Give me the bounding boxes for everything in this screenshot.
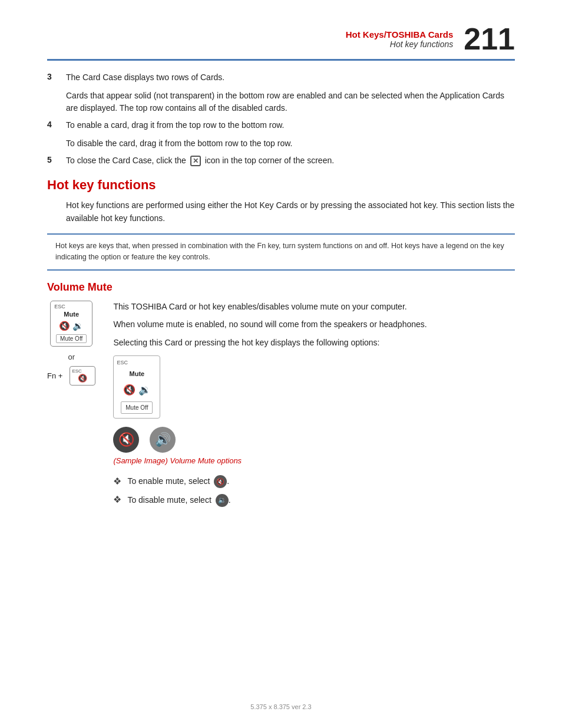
vol-text-3: Selecting this Card or pressing the hot … [113,337,515,350]
vol-text-2: When volume mute is enabled, no sound wi… [113,318,515,331]
card-column: ESC Mute 🔇 🔉 Mute Off or Fn + ESC 🔇 [47,301,95,386]
card-mute-label: Mute [64,311,79,318]
card-volume-icons: 🔇 🔉 [59,321,84,331]
hot-key-functions-intro: Hot key functions are performed using ei… [66,199,515,225]
big-card-popup: ESC Mute 🔇 🔉 Mute Off [113,355,160,419]
bullet-disable-text: To disable mute, select 🔉. [127,494,230,507]
disable-mute-icon: 🔉 [216,494,229,507]
step-5-text: To close the Card Case, click the ✕ icon… [66,154,334,167]
bc-esc: ESC [117,359,128,367]
step-3-number: 3 [47,72,58,81]
volume-icon-light: 🔊 [150,427,176,453]
fn-key-row: Fn + ESC 🔇 [47,366,95,386]
fn-key-esc: ESC [72,368,81,374]
step-3: 3 The Card Case displays two rows of Car… [47,71,515,84]
diamond-icon-2: ❖ [113,493,121,508]
step-4-text: To enable a card, drag it from the top r… [66,119,284,131]
step-4-subpara: To disable the card, drag it from the bo… [66,137,515,150]
bullet-enable: ❖ To enable mute, select 🔇. [113,475,515,489]
bullet-enable-text: To enable mute, select 🔇. [127,475,229,488]
page-header: Hot Keys/TOSHIBA Cards Hot key functions… [0,0,562,54]
sample-image-caption: (Sample Image) Volume Mute options [113,455,515,467]
bc-muteoff: Mute Off [121,401,153,414]
volume-mute-text-col: This TOSHIBA Card or hot key enables/dis… [113,301,515,512]
card-esc-label: ESC [54,304,65,309]
header-title: Hot Keys/TOSHIBA Cards [346,29,454,39]
fn-key-icon: 🔇 [78,374,87,383]
header-divider [47,59,515,61]
header-right: Hot Keys/TOSHIBA Cards Hot key functions… [346,24,515,54]
card-mute-off-label: Mute Off [56,334,87,343]
step-5: 5 To close the Card Case, click the ✕ ic… [47,154,515,167]
hot-key-functions-heading: Hot key functions [47,177,515,193]
volume-mute-heading: Volume Mute [47,281,515,294]
diamond-icon-1: ❖ [113,475,121,489]
header-text-block: Hot Keys/TOSHIBA Cards Hot key functions [346,29,454,49]
step-3-text: The Card Case displays two rows of Cards… [66,71,224,84]
bc-icons: 🔇 🔉 [123,383,151,398]
toshiba-card-small: ESC Mute 🔇 🔉 Mute Off [50,301,92,347]
volume-icon-row: 🔇 🔊 [113,427,515,453]
volume-mute-row: ESC Mute 🔇 🔉 Mute Off or Fn + ESC 🔇 [47,301,515,512]
bc-mute: Mute [130,369,145,379]
fn-key-box: ESC 🔇 [70,366,95,386]
close-icon: ✕ [190,156,201,166]
step-4: 4 To enable a card, drag it from the top… [47,119,515,131]
bullet-disable: ❖ To disable mute, select 🔉. [113,493,515,508]
page: Hot Keys/TOSHIBA Cards Hot key functions… [0,0,562,728]
step-4-number: 4 [47,120,58,129]
fn-text: Fn + [47,371,62,380]
step-5-number: 5 [47,155,58,164]
note-text: Hot keys are keys that, when pressed in … [55,242,504,261]
header-subtitle: Hot key functions [346,39,454,49]
vol-text-1: This TOSHIBA Card or hot key enables/dis… [113,301,515,314]
page-number: 211 [464,24,515,54]
page-footer: 5.375 x 8.375 ver 2.3 [0,703,562,710]
enable-mute-icon: 🔇 [214,475,227,488]
mute-icon-dark: 🔇 [113,427,139,453]
or-label: or [68,353,75,361]
step-3-subpara: Cards that appear solid (not transparent… [66,90,515,114]
main-content: 3 The Card Case displays two rows of Car… [0,71,562,512]
footer-text: 5.375 x 8.375 ver 2.3 [250,703,311,710]
note-box: Hot keys are keys that, when pressed in … [47,233,515,271]
